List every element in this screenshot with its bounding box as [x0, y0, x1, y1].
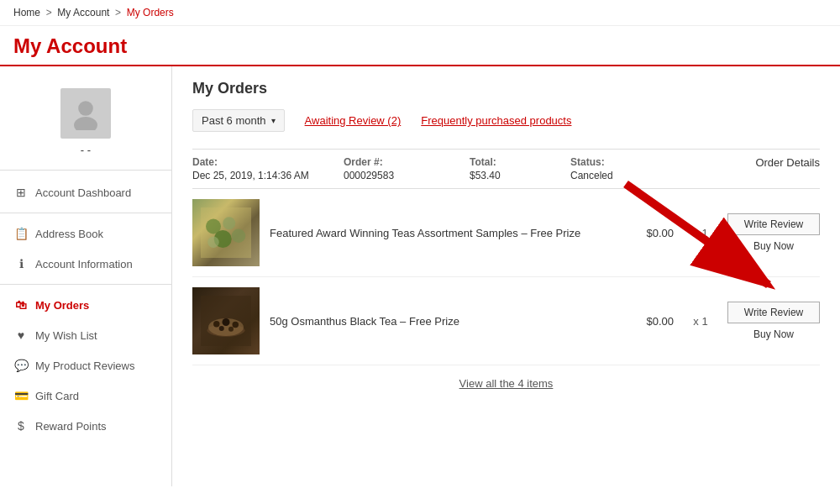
- chevron-down-icon: ▾: [271, 116, 276, 125]
- section-title: My Orders: [192, 80, 820, 97]
- svg-point-11: [213, 321, 220, 328]
- product-row: 50g Osmanthus Black Tea – Free Prize $0.…: [192, 277, 820, 365]
- sidebar-divider-1: [0, 213, 171, 213]
- user-avatar-icon: [69, 97, 102, 130]
- product-qty-1: x 1: [684, 227, 717, 239]
- sidebar-item-reward-points[interactable]: $ Reward Points: [0, 411, 171, 441]
- comment-icon: 💬: [13, 358, 29, 373]
- sidebar-label-my-orders: My Orders: [35, 299, 89, 312]
- product-name-1: Featured Award Winning Teas Assortment S…: [270, 227, 613, 239]
- breadcrumb-home[interactable]: Home: [13, 7, 40, 18]
- breadcrumb-current: My Orders: [127, 7, 174, 18]
- status-label: Status:: [570, 156, 696, 168]
- sidebar-item-my-product-reviews[interactable]: 💬 My Product Reviews: [0, 350, 171, 381]
- date-value: Dec 25, 2019, 1:14:36 AM: [192, 170, 344, 181]
- period-filter-dropdown[interactable]: Past 6 month ▾: [192, 109, 285, 132]
- total-label: Total:: [470, 156, 570, 168]
- breadcrumb-my-account[interactable]: My Account: [57, 7, 109, 18]
- product-price-1: $0.00: [623, 227, 674, 239]
- card-icon: 💳: [13, 388, 29, 403]
- order-header: Date: Dec 25, 2019, 1:14:36 AM Order #: …: [192, 149, 820, 189]
- tea-assortment-image: [201, 207, 251, 258]
- tab-frequently-purchased[interactable]: Frequently purchased products: [421, 114, 571, 127]
- order-details-col: Order Details: [696, 156, 820, 181]
- main-layout: - - ⊞ Account Dashboard 📋 Address Book ℹ…: [0, 66, 840, 486]
- buy-now-link-2[interactable]: Buy Now: [727, 328, 820, 340]
- osmanthus-tea-image: [201, 296, 251, 346]
- write-review-button-1[interactable]: Write Review: [727, 213, 820, 235]
- svg-point-13: [233, 322, 239, 328]
- sidebar-item-my-orders[interactable]: 🛍 My Orders: [0, 290, 171, 320]
- order-status-col: Status: Canceled: [570, 156, 696, 181]
- svg-point-0: [78, 101, 93, 116]
- order-date-col: Date: Dec 25, 2019, 1:14:36 AM: [192, 156, 344, 181]
- sidebar-label-my-wish-list: My Wish List: [35, 329, 97, 342]
- product-row: Featured Award Winning Teas Assortment S…: [192, 189, 820, 277]
- avatar: [60, 88, 111, 139]
- sidebar-item-gift-card[interactable]: 💳 Gift Card: [0, 381, 171, 411]
- info-icon: ℹ: [13, 256, 29, 271]
- order-total-col: Total: $53.40: [470, 156, 570, 181]
- sidebar-label-my-product-reviews: My Product Reviews: [35, 360, 134, 372]
- sidebar-item-my-wish-list[interactable]: ♥ My Wish List: [0, 320, 171, 350]
- product-image-1: [192, 199, 260, 266]
- book-icon: 📋: [13, 226, 29, 241]
- product-price-2: $0.00: [623, 315, 674, 328]
- view-all-row: View all the 4 items: [192, 365, 820, 402]
- sidebar-item-account-information[interactable]: ℹ Account Information: [0, 249, 171, 279]
- order-num-label: Order #:: [344, 156, 470, 168]
- sidebar: - - ⊞ Account Dashboard 📋 Address Book ℹ…: [0, 66, 172, 486]
- svg-point-4: [223, 217, 235, 229]
- svg-point-12: [223, 318, 230, 326]
- tab-awaiting-review[interactable]: Awaiting Review (2): [305, 114, 402, 127]
- order-details-link[interactable]: Order Details: [755, 156, 820, 169]
- dollar-icon: $: [13, 418, 29, 433]
- product-name-2: 50g Osmanthus Black Tea – Free Prize: [270, 315, 613, 328]
- sidebar-label-account-information: Account Information: [35, 258, 133, 270]
- product-actions-2: Write Review Buy Now: [727, 302, 820, 340]
- sidebar-label-address-book: Address Book: [35, 228, 103, 240]
- svg-point-14: [219, 326, 224, 331]
- heart-icon: ♥: [13, 328, 29, 343]
- grid-icon: ⊞: [13, 185, 29, 200]
- product-image-2: [192, 287, 260, 354]
- product-qty-2: x 1: [684, 315, 717, 328]
- sidebar-item-address-book[interactable]: 📋 Address Book: [0, 218, 171, 249]
- status-value: Canceled: [570, 170, 696, 181]
- write-review-button-2[interactable]: Write Review: [727, 302, 820, 323]
- page-title: My Account: [13, 34, 827, 58]
- sidebar-label-reward-points: Reward Points: [35, 420, 107, 433]
- svg-point-7: [207, 237, 219, 249]
- date-label: Date:: [192, 156, 344, 168]
- period-filter-label: Past 6 month: [202, 114, 266, 127]
- filter-row: Past 6 month ▾ Awaiting Review (2) Frequ…: [192, 109, 820, 139]
- svg-point-6: [232, 229, 246, 244]
- order-num-col: Order #: 000029583: [344, 156, 470, 181]
- sidebar-item-account-dashboard[interactable]: ⊞ Account Dashboard: [0, 177, 171, 207]
- buy-now-link-1[interactable]: Buy Now: [727, 240, 820, 252]
- main-content: My Orders Past 6 month ▾ Awaiting Review…: [172, 66, 840, 486]
- sidebar-label-account-dashboard: Account Dashboard: [35, 186, 131, 199]
- total-value: $53.40: [470, 170, 570, 181]
- avatar-name: - -: [0, 144, 171, 156]
- breadcrumb: Home > My Account > My Orders: [0, 0, 840, 26]
- page-title-section: My Account: [0, 26, 840, 66]
- avatar-section: - -: [0, 80, 171, 171]
- product-actions-1: Write Review Buy Now: [727, 213, 820, 252]
- svg-point-1: [74, 117, 97, 130]
- view-all-link[interactable]: View all the 4 items: [459, 377, 554, 390]
- sidebar-divider-2: [0, 284, 171, 285]
- sidebar-label-gift-card: Gift Card: [35, 390, 79, 402]
- order-num-value: 000029583: [344, 170, 470, 181]
- svg-point-15: [228, 327, 234, 332]
- bag-icon: 🛍: [13, 297, 29, 312]
